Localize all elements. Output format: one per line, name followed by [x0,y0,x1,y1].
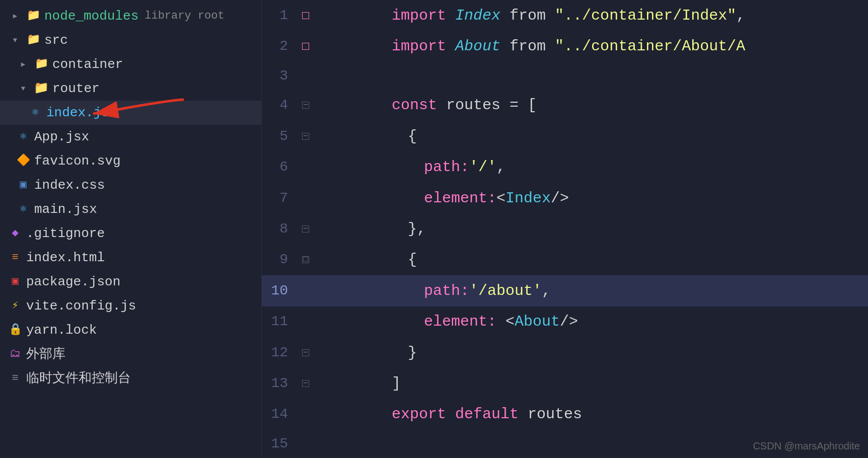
line-num-5: 5 [262,122,298,150]
fold-minus-8: − [303,225,308,233]
fold-minus-13: − [303,379,308,388]
index-css-label: index.css [34,179,105,192]
gutter-1 [298,12,313,19]
watermark-text: CSDN @marsAphrodite [753,440,860,452]
lt-7: < [496,190,505,207]
react-icon: ⚛ [28,106,42,120]
element-kw-7: element: [424,190,496,207]
gutter-5: − [298,133,313,140]
svg-icon: 🔶 [16,154,30,168]
line-num-1: 1 [262,2,298,30]
fold-marker-5: − [302,133,309,140]
code-content-area: 1 import Index from "../container/Index"… [262,0,868,458]
sidebar-item-yarn-lock[interactable]: 🔒 yarn.lock [0,318,261,342]
lock-icon: 🔒 [8,323,22,337]
gutter-13: − [298,380,313,387]
yarn-lock-label: yarn.lock [26,324,97,337]
src-label: src [44,34,68,47]
sidebar-item-external-libs[interactable]: 🗂 外部库 [0,342,261,366]
sidebar-item-gitignore[interactable]: ◆ .gitignore [0,221,261,246]
sidebar-item-favicon[interactable]: 🔶 favicon.svg [0,149,261,173]
ext-libs-icon: 🗂 [8,347,22,361]
eq-op: = [ [510,97,537,114]
src-folder-icon: 📁 [26,33,40,47]
fold-marker-8: − [302,225,309,233]
about-tag-11: About [515,313,560,330]
git-icon: ◆ [8,226,22,241]
gutter-4: − [298,102,313,109]
line-num-2: 2 [262,32,298,60]
main-jsx-label: main.jsx [34,203,97,216]
sidebar-item-index-html[interactable]: ≡ index.html [0,246,261,270]
fold-marker-4: − [302,102,309,109]
line-num-13: 13 [262,369,298,398]
package-json-label: package.json [26,275,120,288]
code-line-2: 2 import About from "../container/About/… [262,31,868,61]
temp-icon: ≡ [8,371,22,386]
slash-gt-7: /> [551,190,569,207]
sidebar-item-router[interactable]: ▼ 📁 router [0,77,261,101]
import-kw-2: import [392,38,455,55]
router-folder-icon: 📁 [34,82,48,96]
fold-minus-9: □ [303,256,308,264]
favicon-label: favicon.svg [34,155,121,168]
library-root-label: library root [144,11,224,22]
chevron-down-icon: ▼ [8,33,22,47]
temp-console-label: 临时文件和控制台 [26,372,131,385]
sidebar-item-vite-config[interactable]: ⚡ vite.config.js [0,294,261,318]
container-folder-icon: 📁 [34,57,48,71]
line-num-15: 15 [262,430,298,458]
fold-marker-1 [302,12,309,19]
line-num-14: 14 [262,400,298,428]
sidebar-item-main-jsx[interactable]: ⚛ main.jsx [0,197,261,221]
chevron-right-icon2: ▶ [16,57,30,71]
routes-name: routes [446,97,510,114]
export-kw: export [392,406,455,423]
router-label: router [52,82,100,95]
code-line-14: 14 export default routes [262,399,868,430]
line-num-3: 3 [262,62,298,90]
index-html-label: index.html [26,251,105,264]
routes-export: routes [528,406,582,423]
slash-gt-11: /> [560,313,578,330]
sidebar-item-index-css[interactable]: ▣ index.css [0,173,261,197]
default-kw: default [455,406,528,423]
fold-minus-5: − [303,132,308,140]
gutter-9: □ [298,256,313,263]
chevron-right-icon: ▶ [8,9,22,23]
line-num-9: 9 [262,246,298,274]
sidebar-item-container[interactable]: ▶ 📁 container [0,52,261,77]
folder-icon: 📁 [26,9,40,23]
sidebar-item-index-jsx[interactable]: ⚛ index.jsx [0,101,261,125]
external-libs-label: 外部库 [26,348,65,361]
fold-marker-12: − [302,349,309,356]
sidebar-item-src[interactable]: ▼ 📁 src [0,28,261,52]
index-tag-7: Index [505,190,551,207]
gutter-12: − [298,349,313,356]
app-jsx-label: App.jsx [34,130,89,143]
node-modules-label: node_modules [44,10,138,23]
sidebar-item-package-json[interactable]: ▣ package.json [0,270,261,294]
line-num-12: 12 [262,339,298,367]
fold-minus-12: − [303,349,308,357]
html-icon: ≡ [8,251,22,265]
fold-marker-9: □ [302,256,309,263]
file-tree-sidebar: ▶ 📁 node_modules library root ▼ 📁 src ▶ … [0,0,262,458]
vite-icon: ⚡ [8,299,22,313]
sidebar-item-temp-console[interactable]: ≡ 临时文件和控制台 [0,366,261,391]
container-label: container [52,58,123,71]
fold-marker-13: − [302,380,309,387]
react-app-icon: ⚛ [16,130,30,144]
fold-marker-2 [302,43,309,50]
vite-config-label: vite.config.js [26,299,136,313]
code-editor: 1 import Index from "../container/Index"… [262,0,868,458]
line-num-11: 11 [262,308,298,336]
sidebar-item-node-modules[interactable]: ▶ 📁 node_modules library root [0,4,261,28]
from-kw-2: from [500,38,555,55]
line-num-10: 10 [262,277,298,305]
json-icon: ▣ [8,275,22,289]
sidebar-item-app-jsx[interactable]: ⚛ App.jsx [0,125,261,149]
line-num-6: 6 [262,153,298,181]
css-icon: ▣ [16,178,30,192]
react-main-icon: ⚛ [16,202,30,216]
